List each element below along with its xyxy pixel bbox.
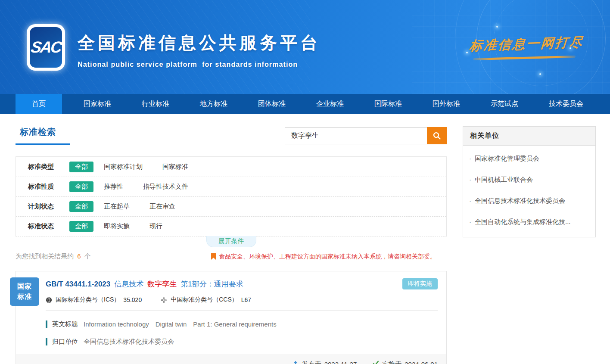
filter-option[interactable]: 指导性技术文件 (143, 183, 188, 191)
standard-title-part1: 信息技术 (114, 279, 143, 289)
published-label: 发布于 (302, 360, 321, 364)
expand-conditions-button[interactable]: 展开条件 (206, 236, 256, 247)
nav-tab-pilot[interactable]: 示范试点 (479, 94, 530, 114)
nav-tab-group-standards[interactable]: 团体标准 (246, 94, 298, 114)
filter-option[interactable]: 现行 (149, 222, 162, 230)
ics-value: 35.020 (123, 296, 142, 303)
related-org-label: 国家标准化管理委员会 (475, 155, 539, 162)
filter-row-standard-type: 标准类型 全部 国家标准计划 国家标准 (16, 157, 446, 177)
search-icon (433, 131, 441, 140)
site-header: SAC 全国标准信息公共服务平台 National public service… (0, 0, 610, 94)
card-footer: 发布于 2023-11-27 实施于 2024-06-01 (16, 355, 446, 364)
filter-row-standard-nature: 标准性质 全部 推荐性 指导性技术文件 (16, 177, 446, 196)
site-subtitle: National public service platform for sta… (78, 61, 321, 68)
expand-wrap: 展开条件 (16, 236, 447, 247)
related-orgs-list: ·国家标准化管理委员会 ·中国机械工业联合会 ·全国信息技术标准化技术委员会 ·… (463, 146, 595, 237)
implemented-date: 2024-06-01 (405, 361, 438, 364)
nav-tab-enterprise-standards[interactable]: 企业标准 (304, 94, 356, 114)
nav-tab-national-standards[interactable]: 国家标准 (72, 94, 123, 114)
result-row: 为您找到相关结果约 6 个 食品安全、环境保护、工程建设方面的国家标准未纳入本系… (16, 252, 447, 261)
result-count: 为您找到相关结果约 6 个 (16, 252, 91, 261)
site-title: 全国标准信息公共服务平台 (78, 31, 321, 55)
header-titles: 全国标准信息公共服务平台 National public service pla… (78, 31, 321, 68)
compass-icon (161, 297, 167, 303)
related-orgs-panel: 相关单位 ·国家标准化管理委员会 ·中国机械工业联合会 ·全国信息技术标准化技术… (463, 126, 596, 237)
slogan: 标准信息一网打尽 (470, 35, 586, 59)
nav-tab-local-standards[interactable]: 地方标准 (188, 94, 240, 114)
filter-selected-badge[interactable]: 全部 (69, 181, 93, 192)
search-box (285, 127, 447, 144)
search-button[interactable] (427, 127, 447, 144)
filter-option[interactable]: 推荐性 (104, 183, 123, 191)
ccs-label: 中国标准分类号（CCS） (171, 296, 238, 304)
standard-card: 国家 标准 即将实施 GB/T 43441.1-2023 信息技术 数字孪生 第… (16, 271, 447, 364)
check-mark-icon (372, 361, 379, 364)
notice: 食品安全、环境保护、工程建设方面的国家标准未纳入本系统，请咨询相关部委。 (211, 253, 436, 261)
standard-title-link[interactable]: GB/T 43441.1-2023 信息技术 数字孪生 第1部分：通用要求 (46, 279, 438, 289)
ics-label: 国际标准分类号（ICS） (56, 296, 120, 304)
bullet: · (469, 176, 471, 183)
filter-selected-badge[interactable]: 全部 (69, 201, 93, 212)
field-marker-bar (46, 338, 47, 345)
sac-logo-inner: SAC (30, 27, 62, 68)
status-badge: 即将实施 (402, 278, 438, 289)
card-divider (46, 310, 438, 311)
filter-selected-badge[interactable]: 全部 (69, 162, 93, 172)
card-body: GB/T 43441.1-2023 信息技术 数字孪生 第1部分：通用要求 国 (16, 271, 446, 346)
filter-label: 标准性质 (28, 183, 55, 191)
field-marker-bar (46, 320, 47, 328)
page: SAC 全国标准信息公共服务平台 National public service… (0, 0, 610, 364)
bullet: · (469, 197, 471, 204)
filter-option[interactable]: 国家标准计划 (104, 163, 143, 171)
globe-icon (46, 297, 52, 303)
nav-tab-home[interactable]: 首页 (16, 94, 62, 114)
main-nav: 首页 国家标准 行业标准 地方标准 团体标准 企业标准 国际标准 国外标准 示范… (0, 94, 610, 114)
spark-decoration (539, 73, 541, 75)
field-english-title: 英文标题 Information technology—Digital twin… (46, 320, 438, 328)
filter-row-plan-status: 计划状态 全部 正在起草 正在审查 (16, 196, 446, 216)
related-org-label: 中国机械工业联合会 (475, 176, 533, 183)
bullet: · (469, 218, 471, 225)
classification-row: 国际标准分类号（ICS） 35.020 (46, 296, 438, 304)
nav-tab-technical-committee[interactable]: 技术委员会 (537, 94, 595, 114)
field-label: 英文标题 (52, 320, 78, 328)
search-row: 标准检索 (16, 126, 447, 150)
filter-row-standard-status: 标准状态 全部 即将实施 现行 (16, 216, 446, 236)
nav-tab-foreign-standards[interactable]: 国外标准 (420, 94, 472, 114)
spark-decoration (496, 26, 498, 28)
type-badge-line1: 国家 (10, 281, 39, 292)
nav-tab-industry-standards[interactable]: 行业标准 (130, 94, 181, 114)
related-org-link[interactable]: ·中国机械工业联合会 (463, 169, 595, 190)
upload-arrow-icon (292, 361, 299, 364)
field-value: 全国信息技术标准化技术委员会 (84, 338, 174, 346)
filter-label: 计划状态 (28, 202, 55, 211)
published-date: 2023-11-27 (324, 361, 357, 364)
ccs-value: L67 (241, 296, 251, 303)
bookmark-icon (211, 253, 216, 260)
related-org-link[interactable]: ·全国信息技术标准化技术委员会 (463, 190, 595, 212)
standard-title-highlight: 数字孪生 (147, 279, 177, 289)
related-org-link[interactable]: ·全国自动化系统与集成标准化技... (463, 212, 595, 233)
field-label: 归口单位 (52, 338, 78, 346)
filter-option[interactable]: 正在起草 (104, 202, 130, 211)
implemented-date-item: 实施于 2024-06-01 (372, 360, 438, 364)
implemented-label: 实施于 (382, 360, 401, 364)
nav-tab-international-standards[interactable]: 国际标准 (362, 94, 414, 114)
main-column: 标准检索 标准类型 (16, 126, 447, 364)
spark-decoration (466, 52, 468, 53)
standard-type-badge: 国家 标准 (10, 277, 39, 306)
standard-title-part2: 第1部分：通用要求 (181, 279, 243, 289)
result-count-number: 6 (77, 252, 81, 260)
filter-option[interactable]: 即将实施 (104, 222, 130, 230)
type-badge-line2: 标准 (10, 292, 39, 302)
related-org-label: 全国信息技术标准化技术委员会 (475, 197, 565, 204)
filter-selected-badge[interactable]: 全部 (69, 221, 93, 232)
related-org-link[interactable]: ·国家标准化管理委员会 (463, 148, 595, 169)
filter-option[interactable]: 正在审查 (149, 202, 175, 211)
field-value: Information technology—Digital twin—Part… (84, 320, 277, 328)
filter-option[interactable]: 国家标准 (162, 163, 188, 171)
filter-label: 标准类型 (28, 163, 55, 171)
sac-logo: SAC (27, 24, 65, 71)
search-input[interactable] (285, 127, 427, 144)
slogan-text: 标准信息一网打尽 (469, 33, 587, 55)
